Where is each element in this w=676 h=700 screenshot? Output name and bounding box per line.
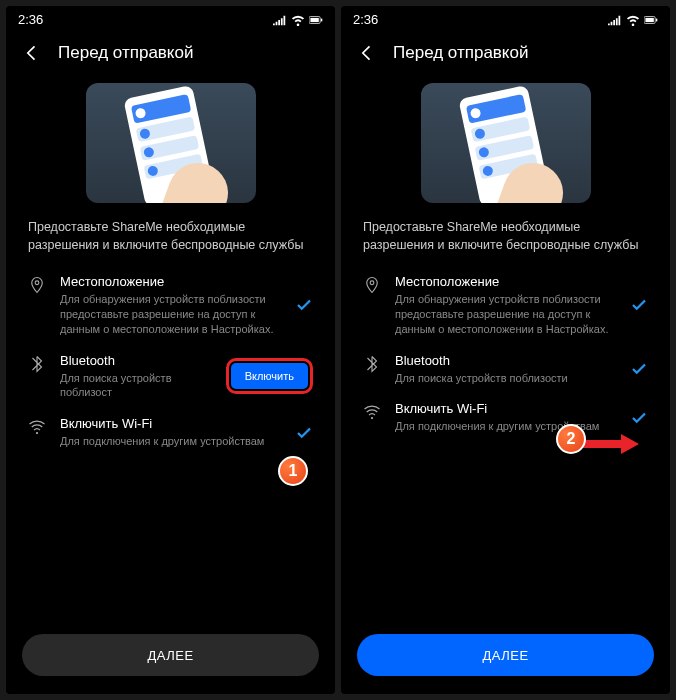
perm-bluetooth-title: Bluetooth bbox=[60, 353, 212, 368]
wifi-icon bbox=[28, 418, 46, 436]
svg-point-8 bbox=[370, 281, 374, 285]
perm-location-desc: Для обнаружения устройств поблизости пре… bbox=[395, 292, 616, 337]
check-icon bbox=[630, 360, 648, 378]
signal-icon bbox=[608, 14, 622, 26]
header: Перед отправкой bbox=[341, 33, 670, 73]
step-marker-1: 1 bbox=[278, 456, 308, 486]
subtitle: Предоставьте ShareMe необходимые разреше… bbox=[341, 219, 670, 268]
perm-location-title: Местоположение bbox=[395, 274, 616, 289]
location-icon bbox=[28, 276, 46, 294]
step-marker-2: 2 bbox=[556, 424, 586, 454]
perm-wifi-title: Включить Wi-Fi bbox=[395, 401, 616, 416]
perm-wifi: Включить Wi-Fi Для подключения к другим … bbox=[6, 410, 335, 459]
header: Перед отправкой bbox=[6, 33, 335, 73]
svg-rect-2 bbox=[321, 18, 322, 21]
phone-screen-left: 2:36 Перед отправкой Предоставьте ShareM… bbox=[6, 6, 335, 694]
perm-wifi-desc: Для подключения к другим устройствам bbox=[60, 434, 281, 449]
signal-icon bbox=[273, 14, 287, 26]
location-icon bbox=[363, 276, 381, 294]
check-icon bbox=[630, 296, 648, 314]
perm-bluetooth: Bluetooth Для поиска устройств поблизост… bbox=[341, 347, 670, 396]
illustration bbox=[341, 73, 670, 219]
page-title: Перед отправкой bbox=[393, 43, 528, 63]
back-icon[interactable] bbox=[22, 43, 42, 63]
enable-highlight: Включить bbox=[226, 358, 313, 394]
wifi-icon bbox=[363, 403, 381, 421]
check-icon bbox=[630, 409, 648, 427]
perm-bluetooth-desc: Для поиска устройств поблизост bbox=[60, 371, 212, 401]
perm-bluetooth-desc: Для поиска устройств поблизости bbox=[395, 371, 616, 386]
battery-icon bbox=[644, 14, 658, 26]
wifi-status-icon bbox=[626, 14, 640, 26]
bluetooth-icon bbox=[28, 355, 46, 373]
next-button[interactable]: ДАЛЕЕ bbox=[357, 634, 654, 676]
svg-point-4 bbox=[36, 432, 38, 434]
check-icon bbox=[295, 296, 313, 314]
svg-rect-6 bbox=[645, 17, 653, 21]
next-button[interactable]: ДАЛЕЕ bbox=[22, 634, 319, 676]
page-title: Перед отправкой bbox=[58, 43, 193, 63]
status-icons bbox=[608, 14, 658, 26]
battery-icon bbox=[309, 14, 323, 26]
status-time: 2:36 bbox=[18, 12, 43, 27]
enable-button[interactable]: Включить bbox=[231, 363, 308, 389]
status-bar: 2:36 bbox=[341, 6, 670, 33]
check-icon bbox=[295, 424, 313, 442]
perm-location-desc: Для обнаружения устройств поблизости пре… bbox=[60, 292, 281, 337]
bluetooth-icon bbox=[363, 355, 381, 373]
svg-rect-1 bbox=[310, 17, 318, 21]
svg-rect-7 bbox=[656, 18, 657, 21]
perm-wifi-title: Включить Wi-Fi bbox=[60, 416, 281, 431]
perm-location: Местоположение Для обнаружения устройств… bbox=[6, 268, 335, 347]
back-icon[interactable] bbox=[357, 43, 377, 63]
illustration bbox=[6, 73, 335, 219]
perm-location: Местоположение Для обнаружения устройств… bbox=[341, 268, 670, 347]
perm-bluetooth-title: Bluetooth bbox=[395, 353, 616, 368]
status-icons bbox=[273, 14, 323, 26]
arrow-icon bbox=[579, 434, 639, 454]
subtitle: Предоставьте ShareMe необходимые разреше… bbox=[6, 219, 335, 268]
phone-screen-right: 2:36 Перед отправкой Предоставьте ShareM… bbox=[341, 6, 670, 694]
status-bar: 2:36 bbox=[6, 6, 335, 33]
perm-location-title: Местоположение bbox=[60, 274, 281, 289]
perm-bluetooth: Bluetooth Для поиска устройств поблизост… bbox=[6, 347, 335, 411]
wifi-status-icon bbox=[291, 14, 305, 26]
status-time: 2:36 bbox=[353, 12, 378, 27]
svg-point-9 bbox=[371, 417, 373, 419]
svg-point-3 bbox=[35, 281, 39, 285]
